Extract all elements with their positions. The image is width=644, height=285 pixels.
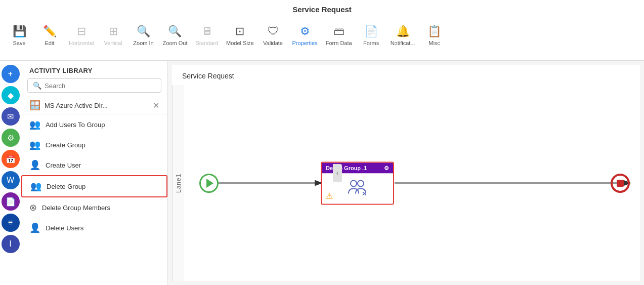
main-canvas: Service Request Lane1	[168, 61, 644, 285]
left-icon-strip: +◆✉⚙📅W📄≡I	[0, 61, 21, 285]
canvas-area: Service Request Lane1	[172, 65, 640, 281]
left-icon-add[interactable]: +	[2, 65, 20, 83]
play-icon	[206, 179, 213, 188]
toolbar-label-forms: Forms	[363, 40, 379, 46]
top-bar: Service Request 💾Save✏️Edit⊟Horizontal⊞V…	[0, 0, 644, 61]
toolbar-icon-zoom-out: 🔍	[168, 25, 182, 38]
sidebar-label-delete-users: Delete Users	[46, 224, 83, 232]
sidebar-icon-create-group: 👥	[29, 139, 40, 150]
ms-azure-icon: 🪟	[29, 100, 40, 111]
toolbar-item-model-size[interactable]: ⊡Model Size	[223, 22, 256, 49]
people-icon-svg: ✕	[348, 179, 368, 197]
svg-point-3	[358, 181, 364, 187]
sidebar-icon-delete-users: 👤	[29, 222, 40, 233]
toolbar-item-save[interactable]: 💾Save	[5, 22, 33, 49]
toolbar-item-zoom-out[interactable]: 🔍Zoom Out	[160, 22, 191, 49]
toolbar-label-validate: Validate	[263, 40, 283, 46]
sidebar-label-delete-group-members: Delete Group Members	[42, 204, 110, 212]
left-icon-gear[interactable]: ⚙	[2, 129, 20, 147]
activity-library-sidebar: ACTIVITY LIBRARY 🔍 🪟 MS Azure Active Dir…	[21, 61, 168, 285]
toolbar-label-vertical: Vertical	[104, 40, 122, 46]
svg-text:✕: ✕	[362, 190, 367, 197]
left-icon-dark[interactable]: ≡	[2, 214, 20, 232]
toolbar-icon-edit: ✏️	[43, 25, 57, 38]
sidebar-item-delete-users[interactable]: 👤Delete Users	[21, 218, 167, 238]
toolbar-icon-horizontal: ⊟	[77, 25, 86, 38]
sidebar-items-list: 👥Add Users To Group👥Create Group👤Create …	[21, 114, 167, 285]
toolbar-label-form-data: Form Data	[326, 40, 352, 46]
sidebar-item-create-user[interactable]: 👤Create User	[21, 155, 167, 175]
sidebar-label-delete-group: Delete Group	[47, 183, 85, 190]
toolbar-label-horizontal: Horizontal	[69, 40, 94, 46]
toolbar-label-zoom-out: Zoom Out	[163, 40, 188, 46]
collapse-sidebar-button[interactable]: ‹	[333, 164, 342, 182]
sidebar-title: ACTIVITY LIBRARY	[29, 67, 93, 74]
toolbar-item-properties[interactable]: ⚙Properties	[289, 22, 321, 49]
toolbar-icon-zoom-in: 🔍	[137, 25, 150, 38]
sidebar-icon-add-users-to-group: 👥	[29, 119, 40, 130]
page-title: Service Request	[292, 5, 352, 14]
node-box: Delete Group .1 ⚙ ⚠	[321, 161, 394, 205]
delete-group-flow-node[interactable]: Delete Group .1 ⚙ ⚠	[321, 161, 394, 205]
toolbar-icon-standard: 🖥	[201, 25, 212, 38]
toolbar-item-edit[interactable]: ✏️Edit	[35, 22, 64, 49]
toolbar-item-vertical: ⊞Vertical	[99, 22, 127, 49]
left-icon-indigo[interactable]: I	[2, 235, 20, 253]
toolbar-icon-notifications: 🔔	[396, 25, 410, 38]
toolbar-item-standard: 🖥Standard	[192, 22, 221, 49]
left-icon-word[interactable]: W	[2, 171, 20, 189]
toolbar-label-misc: Misc	[428, 40, 440, 46]
stop-icon	[617, 180, 624, 187]
toolbar-item-zoom-in[interactable]: 🔍Zoom In	[130, 22, 158, 49]
toolbar-icon-save: 💾	[13, 25, 26, 38]
toolbar-icon-model-size: ⊡	[235, 25, 244, 38]
ms-azure-label: MS Azure Active Dir...	[45, 102, 108, 109]
sidebar-item-add-users-to-group[interactable]: 👥Add Users To Group	[21, 114, 167, 135]
close-icon[interactable]: ✕	[153, 101, 159, 110]
sidebar-item-delete-group-members[interactable]: ⊗Delete Group Members	[21, 197, 167, 218]
sidebar-header: ACTIVITY LIBRARY	[21, 61, 167, 78]
toolbar-item-misc[interactable]: 📋Misc	[420, 22, 449, 49]
sidebar-item-create-group[interactable]: 👥Create Group	[21, 135, 167, 155]
toolbar-icon-vertical: ⊞	[109, 25, 118, 38]
toolbar-icon-form-data: 🗃	[333, 25, 345, 38]
toolbar-label-notifications: Notificat...	[391, 40, 415, 46]
left-icon-diamond[interactable]: ◆	[2, 86, 20, 104]
toolbar-item-forms[interactable]: 📄Forms	[357, 22, 385, 49]
sidebar-label-create-group: Create Group	[46, 141, 85, 149]
left-icon-calendar[interactable]: 📅	[2, 150, 20, 168]
toolbar-label-save: Save	[13, 40, 25, 46]
search-input[interactable]	[45, 82, 156, 90]
toolbar-item-form-data[interactable]: 🗃Form Data	[323, 22, 355, 49]
node-warning-icon: ⚠	[326, 191, 333, 200]
left-icon-file[interactable]: 📄	[2, 192, 20, 211]
search-box[interactable]: 🔍	[27, 78, 161, 93]
sidebar-label-add-users-to-group: Add Users To Group	[46, 121, 105, 129]
toolbar-label-standard: Standard	[195, 40, 218, 46]
node-title: Delete Group .1	[326, 165, 367, 171]
toolbar-icon-properties: ⚙	[300, 25, 310, 38]
toolbar-item-notifications[interactable]: 🔔Notificat...	[388, 22, 418, 49]
left-icon-envelope[interactable]: ✉	[2, 107, 20, 126]
flow-start-node[interactable]	[199, 174, 219, 193]
node-gear-icon[interactable]: ⚙	[384, 165, 389, 171]
toolbar-label-edit: Edit	[45, 40, 55, 46]
lane-content: Delete Group .1 ⚙ ⚠	[184, 85, 640, 281]
toolbar-item-validate[interactable]: 🛡Validate	[259, 22, 287, 49]
toolbar-icon-forms: 📄	[364, 25, 378, 38]
ms-azure-bar: 🪟 MS Azure Active Dir... ✕	[21, 97, 167, 114]
toolbar: 💾Save✏️Edit⊟Horizontal⊞Vertical🔍Zoom In🔍…	[5, 22, 449, 49]
sidebar-icon-create-user: 👤	[29, 159, 40, 171]
sidebar-icon-delete-group-members: ⊗	[29, 202, 37, 213]
toolbar-label-zoom-in: Zoom In	[133, 40, 153, 46]
toolbar-label-properties: Properties	[292, 40, 318, 46]
flow-end-node[interactable]	[611, 174, 630, 193]
lane-label: Lane1	[172, 85, 184, 281]
toolbar-label-model-size: Model Size	[226, 40, 253, 46]
toolbar-icon-misc: 📋	[427, 25, 441, 38]
sidebar-item-delete-group[interactable]: 👥Delete Group	[21, 175, 167, 197]
canvas-label: Service Request	[182, 72, 234, 80]
toolbar-icon-validate: 🛡	[268, 25, 279, 38]
toolbar-item-horizontal: ⊟Horizontal	[66, 22, 97, 49]
svg-point-2	[351, 181, 357, 187]
